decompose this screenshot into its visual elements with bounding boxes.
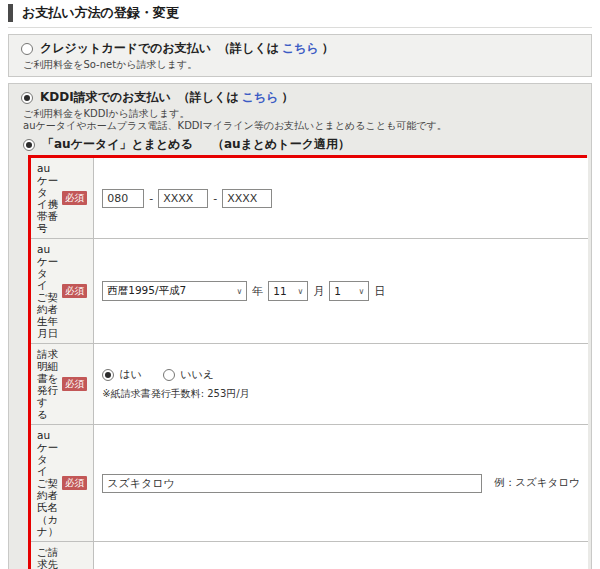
chevron-down-icon: ∨ xyxy=(358,287,364,296)
table-row-billing-name: ご請求先のお客さま氏名（カナ） 必須 例：スズキタロウ xyxy=(31,542,588,569)
invoice-yes-label: はい xyxy=(119,367,142,382)
credit-card-details-link[interactable]: こちら xyxy=(282,40,319,57)
table-row-contractor-name: auケータイご契約者氏名（カナ） 必須 例：スズキタロウ xyxy=(31,425,588,542)
kddi-label: KDDI請求でのお支払い xyxy=(40,89,171,106)
required-badge: 必須 xyxy=(62,476,87,490)
month-unit: 月 xyxy=(313,284,324,299)
au-mobile-group-note: （auまとめトーク適用） xyxy=(212,136,350,153)
kddi-description-2: auケータイやホームプラス電話、KDDIマイライン等のお支払いとまとめることも可… xyxy=(23,120,585,131)
required-badge: 必須 xyxy=(62,284,87,298)
birth-year-select[interactable]: 西暦1995/平成7 ∨ xyxy=(102,281,247,301)
chevron-down-icon: ∨ xyxy=(236,287,242,296)
year-unit: 年 xyxy=(252,284,263,299)
birthdate-label: auケータイご契約者生年月日 xyxy=(37,243,58,339)
phone-part2-input[interactable] xyxy=(158,189,208,208)
invoice-fee-note: ※紙請求書発行手数料: 253円/月 xyxy=(102,387,579,401)
credit-card-label: クレジットカードでのお支払い xyxy=(40,40,211,57)
invoice-label: 請求明細書を発行する xyxy=(37,348,58,420)
chevron-down-icon: ∨ xyxy=(297,287,303,296)
contractor-name-label: auケータイご契約者氏名（カナ） xyxy=(37,429,58,537)
phone-separator: - xyxy=(213,192,217,205)
details-prefix: （詳しくは xyxy=(218,40,279,57)
table-row-birthdate: auケータイご契約者生年月日 必須 西暦1995/平成7 ∨ 年 11 ∨ xyxy=(31,239,588,344)
day-unit: 日 xyxy=(374,284,385,299)
page-title-block: お支払い方法の登録・変更 xyxy=(8,4,592,28)
phone-separator: - xyxy=(149,192,153,205)
details-prefix: （詳しくは xyxy=(178,89,239,106)
phone-label: auケータイ携帯番号 xyxy=(37,162,58,234)
kddi-radio[interactable] xyxy=(21,92,33,104)
kddi-description-1: ご利用料金をKDDIから請求します。 xyxy=(23,108,585,119)
kddi-details-link[interactable]: こちら xyxy=(242,89,279,106)
kddi-option-box: KDDI請求でのお支払い （詳しくは こちら ） ご利用料金をKDDIから請求し… xyxy=(8,83,592,569)
au-payment-form-table: auケータイ携帯番号 必須 - - xyxy=(31,158,588,569)
invoice-yes-radio[interactable] xyxy=(102,369,114,381)
table-row-phone: auケータイ携帯番号 必須 - - xyxy=(31,158,588,239)
credit-card-description: ご利用料金をSo-netから請求します。 xyxy=(23,59,585,70)
payment-method-page: お支払い方法の登録・変更 クレジットカードでのお支払い （詳しくは こちら ） … xyxy=(0,0,600,569)
birth-month-select[interactable]: 11 ∨ xyxy=(268,281,308,301)
details-suffix: ） xyxy=(322,40,334,57)
details-suffix: ） xyxy=(282,89,294,106)
invoice-no-radio[interactable] xyxy=(163,369,175,381)
credit-card-radio[interactable] xyxy=(21,43,33,55)
table-row-invoice: 請求明細書を発行する 必須 はい いいえ ※紙請求書発行手数料: 253円/月 xyxy=(31,344,588,425)
invoice-no-label: いいえ xyxy=(180,367,214,382)
billing-name-label: ご請求先のお客さま氏名（カナ） xyxy=(37,546,58,569)
phone-part3-input[interactable] xyxy=(222,189,272,208)
required-badge: 必須 xyxy=(62,191,87,205)
contractor-name-input[interactable] xyxy=(102,474,482,493)
au-mobile-group-radio[interactable] xyxy=(23,139,35,151)
page-title: お支払い方法の登録・変更 xyxy=(8,4,592,22)
required-badge: 必須 xyxy=(62,377,87,391)
au-mobile-group-label: 「auケータイ」とまとめる xyxy=(42,136,193,153)
phone-part1-input[interactable] xyxy=(102,189,144,208)
credit-card-option-box: クレジットカードでのお支払い （詳しくは こちら ） ご利用料金をSo-netか… xyxy=(8,34,592,77)
contractor-name-example: 例：スズキタロウ xyxy=(494,476,579,490)
required-fields-annotation-frame: auケータイ携帯番号 必須 - - xyxy=(28,155,587,569)
birth-day-select[interactable]: 1 ∨ xyxy=(329,281,369,301)
